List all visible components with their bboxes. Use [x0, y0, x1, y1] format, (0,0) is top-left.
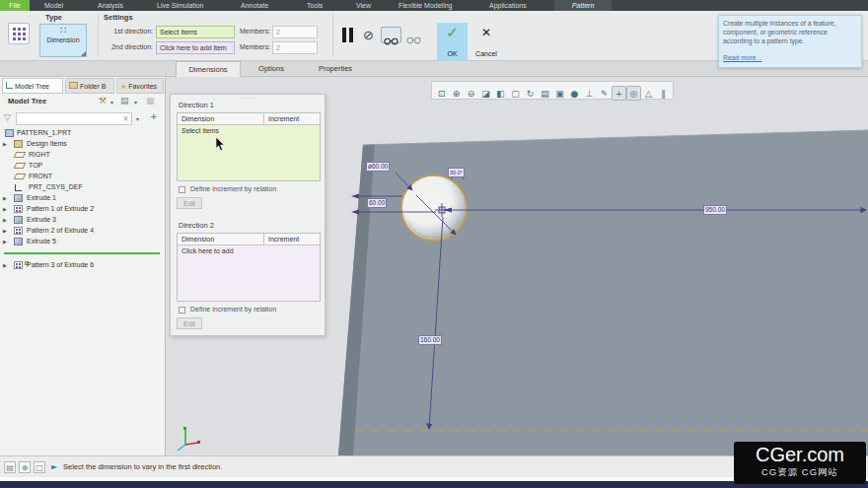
col-dimension: Dimension [178, 234, 264, 244]
expander-icon[interactable] [3, 239, 7, 244]
expander-icon[interactable] [3, 217, 7, 223]
tree-item-pattern2[interactable]: Pattern 2 of Extrude 4 [0, 226, 166, 237]
tree-item-right-plane[interactable]: RIGHT [0, 150, 166, 161]
pause-icon[interactable] [656, 87, 671, 102]
tab-flexible-modeling[interactable]: Flexible Modeling [398, 0, 452, 11]
chevron-down-icon[interactable] [134, 99, 137, 105]
dim-width-label[interactable]: 950.00 [703, 205, 727, 215]
members1-label: Members: [240, 28, 270, 35]
search-options-icon[interactable] [136, 115, 139, 122]
settings-group-label: Settings [104, 13, 133, 22]
zoom-in-icon[interactable] [449, 87, 464, 102]
view-manager-icon[interactable] [538, 87, 552, 102]
filter-funnel-icon[interactable] [4, 112, 11, 122]
refit-icon[interactable] [434, 87, 449, 102]
ok-button[interactable]: OK [437, 23, 468, 61]
direction1-title: Direction 1 [179, 101, 214, 109]
edit-button-1[interactable]: Edit [177, 197, 202, 209]
dim-height-label[interactable]: 160.00 [418, 335, 442, 345]
watermark: CGer.com CG资源 CG网站 [734, 442, 866, 484]
cancel-button[interactable]: Cancel [470, 23, 503, 61]
repaint-icon[interactable] [478, 87, 493, 102]
edit-button-2[interactable]: Edit [177, 317, 202, 329]
second-direction-collector[interactable]: Click here to add item [156, 41, 235, 54]
expander-icon[interactable] [3, 195, 7, 201]
clear-search-icon[interactable] [122, 114, 129, 123]
expander-icon[interactable] [3, 262, 7, 268]
spin-center-icon[interactable] [626, 86, 641, 101]
tree-item-extrude3[interactable]: Extrude 3 [0, 215, 166, 226]
attached-preview-icon[interactable] [406, 31, 421, 48]
watermark-title: CGer.com [734, 444, 866, 465]
tab-annotate[interactable]: Annotate [241, 0, 268, 11]
tree-item-design-items[interactable]: Design Items [0, 139, 166, 150]
capture-icon[interactable] [552, 87, 567, 102]
tab-file[interactable]: File [0, 0, 30, 11]
tree-item-pattern3-pending[interactable]: Pattern 3 of Extrude 6 [0, 260, 166, 271]
dimension-pattern-icon [40, 25, 86, 36]
folder-browser-tab[interactable]: Folder B [65, 78, 114, 94]
dim-diameter-label[interactable]: ø60.00 [366, 162, 390, 172]
tab-properties[interactable]: Properties [302, 61, 369, 77]
read-more-link[interactable]: Read more... [723, 54, 761, 61]
tree-item-csys[interactable]: PRT_CSYS_DEF [0, 182, 166, 193]
tab-view[interactable]: View [356, 0, 371, 11]
zoom-out-icon[interactable] [464, 87, 478, 102]
model-tree-tab[interactable]: Model Tree [2, 78, 63, 94]
tab-tools[interactable]: Tools [307, 0, 323, 11]
perspective-icon[interactable] [641, 87, 656, 102]
direction2-collector[interactable]: Click here to add [178, 245, 320, 301]
tree-search-input[interactable] [16, 112, 132, 125]
tree-item-part[interactable]: PATTERN_1.PRT [0, 128, 166, 139]
chevron-down-icon[interactable] [110, 99, 113, 105]
direction2-table[interactable]: Dimension Increment Click here to add [177, 233, 321, 302]
pause-button[interactable] [342, 28, 356, 46]
tab-applications[interactable]: Applications [489, 0, 527, 11]
verify-preview-icon[interactable] [381, 27, 401, 43]
panel-drag-handle[interactable] [239, 94, 256, 103]
tree-filters-icon[interactable] [120, 96, 129, 105]
expander-icon[interactable] [3, 228, 7, 234]
direction1-collector[interactable]: Select items [178, 125, 320, 180]
relation-label-1: Define increment by relation [190, 185, 276, 192]
expander-icon[interactable] [3, 141, 7, 147]
members2-field[interactable]: 2 [272, 41, 318, 54]
section-view-icon[interactable] [508, 87, 523, 102]
tab-model[interactable]: Model [44, 0, 63, 11]
tab-dimensions[interactable]: Dimensions [176, 61, 241, 77]
tab-pattern-active[interactable]: Pattern [554, 0, 612, 11]
tab-options[interactable]: Options [241, 61, 302, 77]
dim-offset-left-label[interactable]: 60.00 [367, 198, 387, 208]
tree-item-pattern1[interactable]: Pattern 1 of Extrude 2 [0, 204, 166, 215]
annotation-display-icon[interactable] [597, 87, 612, 102]
define-increment-checkbox-2[interactable] [179, 307, 185, 314]
shaded-view-icon[interactable] [567, 87, 582, 102]
no-preview-icon[interactable] [363, 28, 374, 42]
pattern-type-dropdown[interactable]: Dimension [39, 24, 87, 57]
tree-settings-icon[interactable] [99, 96, 107, 105]
col-dimension: Dimension [178, 113, 264, 124]
define-increment-checkbox-1[interactable] [179, 186, 185, 193]
web-link-icon[interactable] [19, 461, 31, 473]
saved-orientations-icon[interactable] [523, 87, 538, 102]
tree-item-top-plane[interactable]: TOP [0, 161, 166, 172]
expander-icon[interactable] [3, 206, 7, 212]
tree-item-front-plane[interactable]: FRONT [0, 172, 166, 182]
first-direction-collector[interactable]: Select items [156, 26, 235, 38]
favorites-tab[interactable]: Favorites [116, 78, 164, 94]
members1-field[interactable]: 2 [272, 26, 318, 38]
tab-live-simulation[interactable]: Live Simulation [157, 0, 203, 11]
tab-analysis[interactable]: Analysis [98, 0, 123, 11]
tree-item-extrude5[interactable]: Extrude 5 [0, 237, 166, 247]
direction1-table[interactable]: Dimension Increment Select items [177, 112, 321, 181]
add-filter-icon[interactable] [150, 111, 158, 121]
display-style-icon[interactable] [493, 87, 508, 102]
drag-mode-icon[interactable] [612, 86, 626, 101]
tree-item-extrude1[interactable]: Extrude 1 [0, 193, 166, 204]
cancel-x-icon [470, 23, 503, 42]
datum-display-icon[interactable] [582, 87, 597, 102]
dim-angle-label[interactable]: 30.0° [448, 168, 465, 177]
select-box-icon[interactable] [34, 461, 45, 473]
extrude-icon [14, 194, 23, 202]
feature-info-icon[interactable] [4, 461, 16, 473]
